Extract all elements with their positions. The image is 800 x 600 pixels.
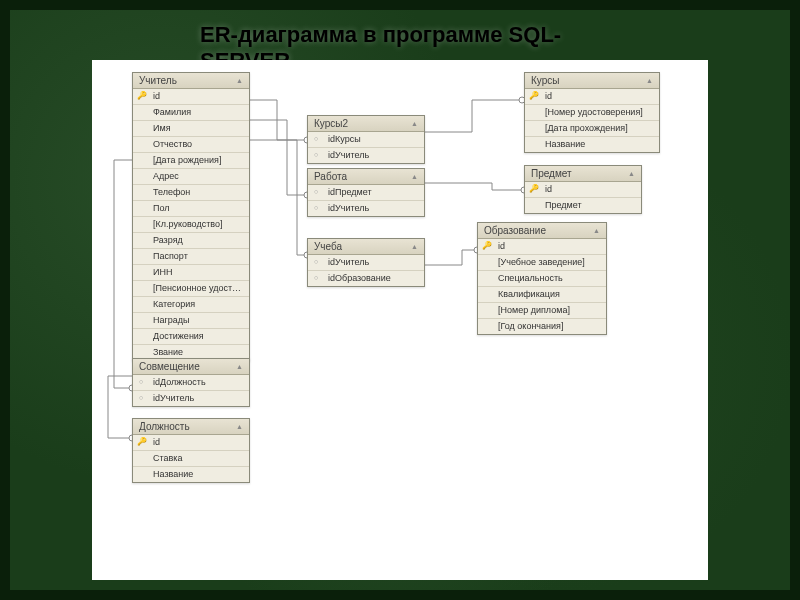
column[interactable]: Категория <box>133 297 249 313</box>
table-position[interactable]: Должность▲ idСтавкаНазвание <box>132 418 250 483</box>
column[interactable]: [Номер диплома] <box>478 303 606 319</box>
column[interactable]: [Кл.руководство] <box>133 217 249 233</box>
table-teacher[interactable]: Учитель▲ idФамилияИмяОтчество[Дата рожде… <box>132 72 250 361</box>
er-diagram-canvas: Учитель▲ idФамилияИмяОтчество[Дата рожде… <box>92 60 708 580</box>
column[interactable]: Достижения <box>133 329 249 345</box>
column[interactable]: idДолжность <box>133 375 249 391</box>
column[interactable]: Пол <box>133 201 249 217</box>
table-study[interactable]: Учеба▲ idУчительidОбразование <box>307 238 425 287</box>
column[interactable]: idПредмет <box>308 185 424 201</box>
column[interactable]: idУчитель <box>308 255 424 271</box>
table-header: Курсы2▲ <box>308 116 424 132</box>
table-title: Работа <box>314 171 347 182</box>
column[interactable]: idУчитель <box>308 201 424 216</box>
column[interactable]: [Дата прохождения] <box>525 121 659 137</box>
column[interactable]: Ставка <box>133 451 249 467</box>
table-header: Работа▲ <box>308 169 424 185</box>
column[interactable]: id <box>525 89 659 105</box>
column[interactable]: Название <box>525 137 659 152</box>
table-title: Должность <box>139 421 190 432</box>
table-columns: idПредметidУчитель <box>308 185 424 216</box>
column[interactable]: Имя <box>133 121 249 137</box>
table-columns: id[Учебное заведение]СпециальностьКвалиф… <box>478 239 606 334</box>
table-education[interactable]: Образование▲ id[Учебное заведение]Специа… <box>477 222 607 335</box>
table-columns: idПредмет <box>525 182 641 213</box>
column[interactable]: Награды <box>133 313 249 329</box>
column[interactable]: Разряд <box>133 233 249 249</box>
column[interactable]: ИНН <box>133 265 249 281</box>
table-columns: idСтавкаНазвание <box>133 435 249 482</box>
column[interactable]: idУчитель <box>308 148 424 163</box>
table-title: Учеба <box>314 241 342 252</box>
column[interactable]: Квалификация <box>478 287 606 303</box>
table-header: Совмещение▲ <box>133 359 249 375</box>
column[interactable]: id <box>133 89 249 105</box>
table-combine[interactable]: Совмещение▲ idДолжностьidУчитель <box>132 358 250 407</box>
column[interactable]: [Дата рождения] <box>133 153 249 169</box>
table-courses2[interactable]: Курсы2▲ idКурсыidУчитель <box>307 115 425 164</box>
table-header: Учеба▲ <box>308 239 424 255</box>
column[interactable]: id <box>478 239 606 255</box>
table-columns: idДолжностьidУчитель <box>133 375 249 406</box>
column[interactable]: Отчество <box>133 137 249 153</box>
column[interactable]: [Номер удостоверения] <box>525 105 659 121</box>
table-columns: id[Номер удостоверения][Дата прохождения… <box>525 89 659 152</box>
column[interactable]: idКурсы <box>308 132 424 148</box>
table-subject[interactable]: Предмет▲ idПредмет <box>524 165 642 214</box>
column[interactable]: Название <box>133 467 249 482</box>
table-work[interactable]: Работа▲ idПредметidУчитель <box>307 168 425 217</box>
column[interactable]: idОбразование <box>308 271 424 286</box>
table-title: Предмет <box>531 168 572 179</box>
table-header: Предмет▲ <box>525 166 641 182</box>
table-columns: idФамилияИмяОтчество[Дата рождения]Адрес… <box>133 89 249 360</box>
column[interactable]: Паспорт <box>133 249 249 265</box>
column[interactable]: Фамилия <box>133 105 249 121</box>
column[interactable]: id <box>133 435 249 451</box>
table-title: Курсы <box>531 75 559 86</box>
column[interactable]: idУчитель <box>133 391 249 406</box>
column[interactable]: [Год окончания] <box>478 319 606 334</box>
table-header: Образование▲ <box>478 223 606 239</box>
table-columns: idКурсыidУчитель <box>308 132 424 163</box>
table-title: Совмещение <box>139 361 200 372</box>
column[interactable]: [Пенсионное удостовер… <box>133 281 249 297</box>
column[interactable]: Адрес <box>133 169 249 185</box>
column[interactable]: Специальность <box>478 271 606 287</box>
table-title: Курсы2 <box>314 118 348 129</box>
table-title: Учитель <box>139 75 177 86</box>
column[interactable]: Предмет <box>525 198 641 213</box>
table-header: Должность▲ <box>133 419 249 435</box>
table-columns: idУчительidОбразование <box>308 255 424 286</box>
table-header: Учитель▲ <box>133 73 249 89</box>
column[interactable]: id <box>525 182 641 198</box>
table-courses[interactable]: Курсы▲ id[Номер удостоверения][Дата прох… <box>524 72 660 153</box>
column[interactable]: [Учебное заведение] <box>478 255 606 271</box>
table-title: Образование <box>484 225 546 236</box>
table-header: Курсы▲ <box>525 73 659 89</box>
column[interactable]: Телефон <box>133 185 249 201</box>
